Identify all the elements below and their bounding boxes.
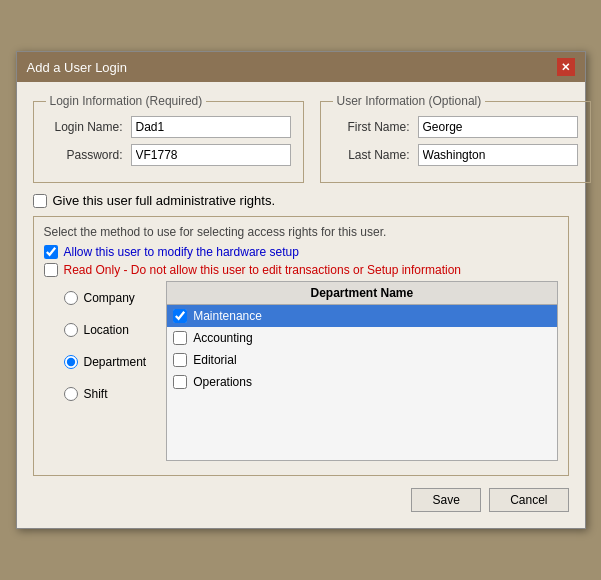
readonly-checkbox[interactable] <box>44 263 58 277</box>
lower-section: Company Location Department Shift <box>44 281 558 461</box>
button-row: Save Cancel <box>33 488 569 512</box>
first-label: First Name: <box>333 120 418 134</box>
save-button[interactable]: Save <box>411 488 481 512</box>
firstname-row: First Name: <box>333 116 578 138</box>
close-button[interactable]: ✕ <box>557 58 575 76</box>
radio-company: Company <box>64 291 147 305</box>
first-input[interactable] <box>418 116 578 138</box>
radio-department-input[interactable] <box>64 355 78 369</box>
modify-checkbox[interactable] <box>44 245 58 259</box>
admin-checkbox[interactable] <box>33 194 47 208</box>
password-label: Password: <box>46 148 131 162</box>
access-intro: Select the method to use for selecting a… <box>44 225 558 239</box>
user-section: User Information (Optional) First Name: … <box>320 94 591 183</box>
dept-table: Department Name Maintenance Accounting E… <box>166 281 557 461</box>
radio-department: Department <box>64 355 147 369</box>
login-row: Login Name: <box>46 116 291 138</box>
modify-label: Allow this user to modify the hardware s… <box>64 245 299 259</box>
dialog: Add a User Login ✕ Login Information (Re… <box>16 51 586 529</box>
radio-company-input[interactable] <box>64 291 78 305</box>
admin-row: Give this user full administrative right… <box>33 193 569 208</box>
dept-checkbox-accounting[interactable] <box>173 331 187 345</box>
readonly-label: Read Only - Do not allow this user to ed… <box>64 263 462 277</box>
login-input[interactable] <box>131 116 291 138</box>
dialog-title: Add a User Login <box>27 60 127 75</box>
title-bar: Add a User Login ✕ <box>17 52 585 82</box>
dept-label-editorial: Editorial <box>193 353 236 367</box>
cancel-button[interactable]: Cancel <box>489 488 568 512</box>
dept-row-accounting[interactable]: Accounting <box>167 327 556 349</box>
modify-row: Allow this user to modify the hardware s… <box>44 245 558 259</box>
dept-checkbox-editorial[interactable] <box>173 353 187 367</box>
top-row: Login Information (Required) Login Name:… <box>33 94 569 183</box>
password-input[interactable] <box>131 144 291 166</box>
dept-checkbox-operations[interactable] <box>173 375 187 389</box>
last-input[interactable] <box>418 144 578 166</box>
readonly-row: Read Only - Do not allow this user to ed… <box>44 263 558 277</box>
dept-checkbox-maintenance[interactable] <box>173 309 187 323</box>
dept-label-maintenance: Maintenance <box>193 309 262 323</box>
radio-shift-input[interactable] <box>64 387 78 401</box>
dept-table-header: Department Name <box>167 282 556 305</box>
radio-company-label: Company <box>84 291 135 305</box>
access-section: Select the method to use for selecting a… <box>33 216 569 476</box>
user-legend: User Information (Optional) <box>333 94 486 108</box>
radio-location-input[interactable] <box>64 323 78 337</box>
login-section: Login Information (Required) Login Name:… <box>33 94 304 183</box>
dept-row-editorial[interactable]: Editorial <box>167 349 556 371</box>
radio-shift-label: Shift <box>84 387 108 401</box>
admin-label: Give this user full administrative right… <box>53 193 276 208</box>
login-legend: Login Information (Required) <box>46 94 207 108</box>
radio-column: Company Location Department Shift <box>44 281 157 461</box>
dept-label-accounting: Accounting <box>193 331 252 345</box>
password-row: Password: <box>46 144 291 166</box>
lastname-row: Last Name: <box>333 144 578 166</box>
radio-department-label: Department <box>84 355 147 369</box>
radio-location-label: Location <box>84 323 129 337</box>
dept-label-operations: Operations <box>193 375 252 389</box>
dialog-content: Login Information (Required) Login Name:… <box>17 82 585 528</box>
last-label: Last Name: <box>333 148 418 162</box>
radio-shift: Shift <box>64 387 147 401</box>
dept-row-operations[interactable]: Operations <box>167 371 556 393</box>
dept-row-maintenance[interactable]: Maintenance <box>167 305 556 327</box>
radio-location: Location <box>64 323 147 337</box>
login-label: Login Name: <box>46 120 131 134</box>
